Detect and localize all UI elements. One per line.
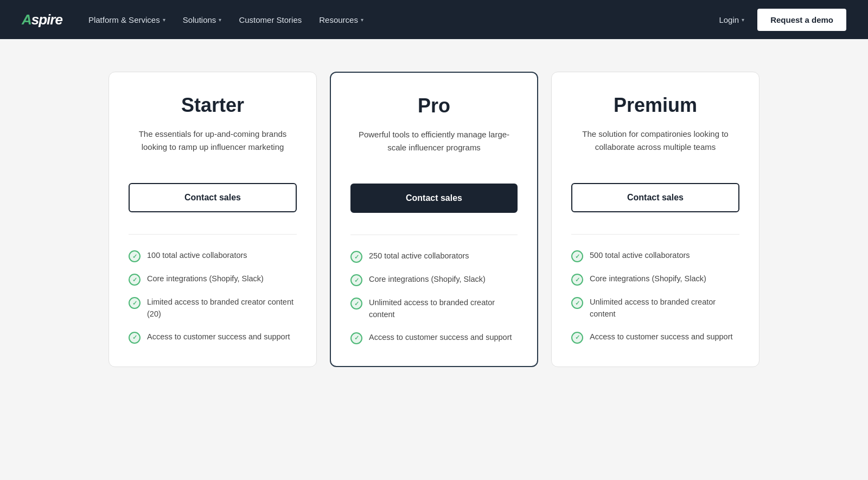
feature-text: Unlimited access to branded creator cont… [590, 296, 739, 320]
starter-title: Starter [129, 94, 297, 117]
list-item: Core integrations (Shopify, Slack) [129, 273, 297, 286]
pro-features: 250 total active collaborators Core inte… [350, 250, 518, 344]
chevron-down-icon: ▾ [742, 17, 744, 23]
starter-features: 100 total active collaborators Core inte… [129, 250, 297, 344]
premium-description: The solution for compatironies looking t… [571, 128, 739, 166]
list-item: 100 total active collaborators [129, 250, 297, 262]
chevron-down-icon: ▾ [163, 17, 165, 23]
pro-contact-sales-button[interactable]: Contact sales [350, 184, 518, 213]
nav-customer-stories-label: Customer Stories [239, 15, 302, 24]
pro-title: Pro [350, 94, 518, 117]
pricing-grid: Starter The essentials for up-and-coming… [108, 72, 760, 367]
feature-text: 100 total active collaborators [147, 250, 247, 262]
check-icon [129, 297, 141, 309]
check-icon [129, 332, 141, 344]
feature-text: Access to customer success and support [590, 331, 733, 343]
premium-contact-sales-button[interactable]: Contact sales [571, 183, 739, 212]
chevron-down-icon: ▾ [361, 17, 363, 23]
starter-description: The essentials for up-and-coming brands … [129, 128, 297, 166]
list-item: Unlimited access to branded creator cont… [571, 296, 739, 320]
list-item: Access to customer success and support [571, 331, 739, 344]
check-icon [350, 298, 362, 310]
list-item: Unlimited access to branded creator cont… [350, 297, 518, 321]
nav-resources[interactable]: Resources ▾ [319, 15, 363, 24]
list-item: Core integrations (Shopify, Slack) [350, 274, 518, 286]
login-button[interactable]: Login ▾ [719, 15, 744, 24]
pro-divider [350, 235, 518, 235]
navbar: Aspire Platform & Services ▾ Solutions ▾… [0, 0, 868, 39]
feature-text: Access to customer success and support [147, 331, 290, 343]
premium-title: Premium [571, 94, 739, 117]
nav-links: Platform & Services ▾ Solutions ▾ Custom… [88, 15, 719, 24]
nav-customer-stories[interactable]: Customer Stories [239, 15, 302, 24]
main-content: Starter The essentials for up-and-coming… [0, 39, 868, 480]
chevron-down-icon: ▾ [219, 17, 221, 23]
nav-right: Login ▾ Request a demo [719, 9, 846, 31]
check-icon [129, 250, 141, 262]
list-item: Access to customer success and support [350, 332, 518, 344]
starter-contact-sales-button[interactable]: Contact sales [129, 183, 297, 212]
list-item: 500 total active collaborators [571, 250, 739, 262]
nav-resources-label: Resources [319, 15, 358, 24]
check-icon [571, 274, 583, 286]
nav-solutions[interactable]: Solutions ▾ [183, 15, 222, 24]
check-icon [350, 274, 362, 286]
check-icon [350, 251, 362, 263]
starter-card: Starter The essentials for up-and-coming… [108, 72, 317, 367]
check-icon [350, 332, 362, 344]
list-item: Core integrations (Shopify, Slack) [571, 273, 739, 286]
feature-text: Core integrations (Shopify, Slack) [590, 273, 706, 285]
pro-description: Powerful tools to efficiently manage lar… [350, 128, 518, 166]
feature-text: Core integrations (Shopify, Slack) [147, 273, 264, 285]
nav-platform-services-label: Platform & Services [88, 15, 160, 24]
feature-text: 250 total active collaborators [369, 250, 469, 262]
premium-features: 500 total active collaborators Core inte… [571, 250, 739, 344]
premium-card: Premium The solution for compatironies l… [551, 72, 760, 367]
feature-text: Access to customer success and support [369, 332, 512, 344]
check-icon [129, 274, 141, 286]
list-item: 250 total active collaborators [350, 250, 518, 263]
feature-text: Core integrations (Shopify, Slack) [369, 274, 486, 286]
check-icon [571, 332, 583, 344]
nav-solutions-label: Solutions [183, 15, 216, 24]
feature-text: 500 total active collaborators [590, 250, 690, 262]
check-icon [571, 297, 583, 309]
list-item: Access to customer success and support [129, 331, 297, 344]
check-icon [571, 250, 583, 262]
nav-platform-services[interactable]: Platform & Services ▾ [88, 15, 165, 24]
feature-text: Unlimited access to branded creator cont… [369, 297, 518, 321]
starter-divider [129, 234, 297, 235]
request-demo-button[interactable]: Request a demo [757, 9, 846, 31]
feature-text: Limited access to branded creator conten… [147, 296, 297, 320]
login-label: Login [719, 15, 739, 24]
pro-card: Pro Powerful tools to efficiently manage… [330, 72, 538, 367]
list-item: Limited access to branded creator conten… [129, 296, 297, 320]
logo[interactable]: Aspire [22, 11, 62, 28]
premium-divider [571, 234, 739, 235]
